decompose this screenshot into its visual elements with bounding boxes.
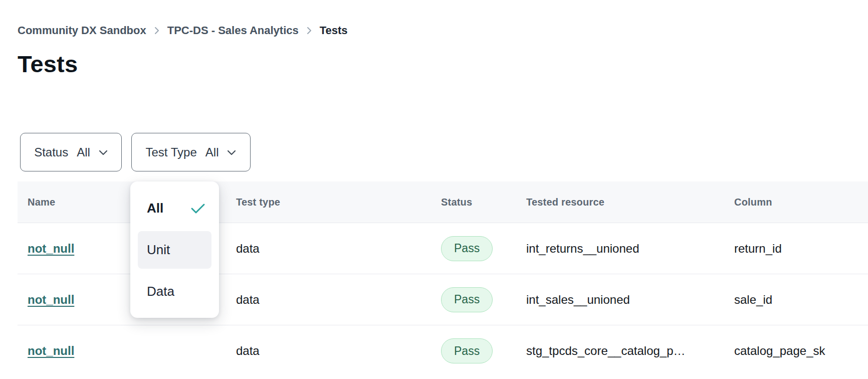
breadcrumb-item-current: Tests [320,24,348,37]
test-name-link[interactable]: not_null [28,293,74,306]
dropdown-option-all[interactable]: All [138,189,211,227]
test-type-cell: data [236,293,441,307]
column-cell: catalog_page_sk [734,344,868,358]
test-name-link[interactable]: not_null [28,242,74,255]
test-type-filter-button[interactable]: Test Type All [131,133,251,171]
test-name-link[interactable]: not_null [28,344,74,357]
breadcrumb: Community DX Sandbox TPC-DS - Sales Anal… [18,24,348,37]
dropdown-option-label: Unit [147,242,170,258]
tested-resource-cell: int_sales__unioned [526,293,734,307]
status-filter-button[interactable]: Status All [20,133,122,171]
test-type-cell: data [236,242,441,256]
column-cell: sale_id [734,293,868,307]
chevron-down-icon [99,150,108,156]
check-icon [190,203,205,215]
test-type-filter-label: Test Type [146,145,197,159]
status-badge: Pass [441,236,493,261]
breadcrumb-item-project[interactable]: Community DX Sandbox [18,24,146,37]
table-row: not_null data Pass stg_tpcds_core__catal… [18,325,868,376]
page-title: Tests [18,50,78,78]
column-header-status: Status [441,197,526,208]
test-type-dropdown-menu: All Unit Data [130,181,219,318]
status-filter-label: Status [34,145,68,159]
filter-bar: Status All Test Type All [20,133,251,171]
test-type-filter-value: All [205,145,219,159]
status-badge: Pass [441,287,493,312]
test-type-cell: data [236,344,441,358]
column-header-test-type: Test type [236,197,441,208]
tested-resource-cell: stg_tpcds_core__catalog_p… [526,344,734,358]
column-header-tested-resource: Tested resource [526,197,734,208]
dropdown-option-data[interactable]: Data [138,273,211,310]
tests-page: Community DX Sandbox TPC-DS - Sales Anal… [0,0,868,379]
chevron-right-icon [154,26,160,36]
dropdown-option-label: Data [147,284,174,299]
column-cell: return_id [734,242,868,256]
tested-resource-cell: int_returns__unioned [526,242,734,256]
dropdown-option-unit[interactable]: Unit [138,231,211,269]
breadcrumb-item-package[interactable]: TPC-DS - Sales Analytics [167,24,299,37]
chevron-right-icon [306,26,312,36]
dropdown-option-label: All [147,201,163,216]
column-header-column: Column [734,197,868,208]
status-badge: Pass [441,338,493,363]
chevron-down-icon [227,150,236,156]
status-filter-value: All [77,145,90,159]
